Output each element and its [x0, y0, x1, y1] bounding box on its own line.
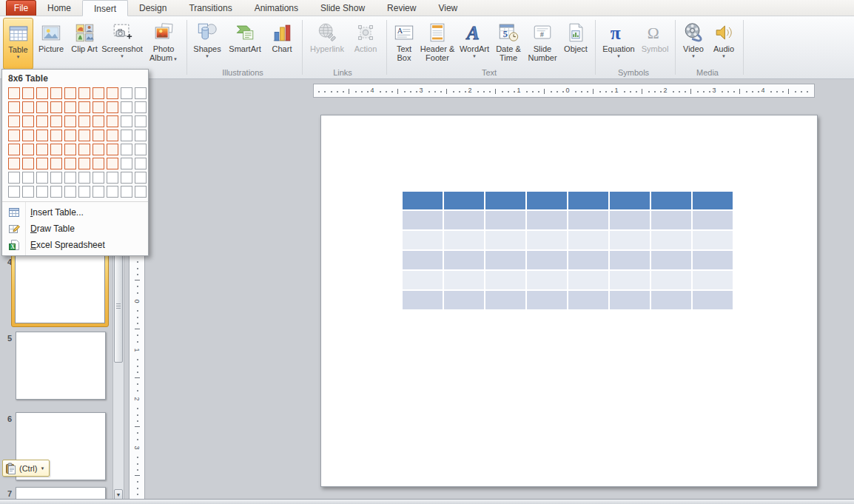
grid-cell-2x6[interactable] — [22, 158, 34, 169]
tab-design[interactable]: Design — [128, 0, 178, 16]
grid-cell-1x2[interactable] — [8, 101, 20, 113]
grid-cell-10x7[interactable] — [135, 172, 147, 184]
grid-cell-7x5[interactable] — [93, 144, 104, 155]
paste-options-button[interactable]: (Ctrl) ▼ — [2, 460, 50, 477]
grid-cell-8x4[interactable] — [107, 130, 118, 141]
tab-slide-show[interactable]: Slide Show — [309, 0, 376, 16]
grid-cell-10x8[interactable] — [135, 186, 147, 198]
grid-cell-9x4[interactable] — [121, 130, 132, 141]
grid-cell-6x2[interactable] — [78, 101, 90, 113]
tab-insert[interactable]: Insert — [82, 0, 128, 16]
grid-cell-9x8[interactable] — [121, 186, 132, 198]
grid-cell-3x2[interactable] — [36, 101, 48, 113]
grid-cell-1x6[interactable] — [8, 158, 20, 169]
grid-cell-4x3[interactable] — [50, 115, 62, 127]
grid-cell-2x3[interactable] — [22, 115, 34, 127]
grid-cell-4x1[interactable] — [50, 87, 62, 99]
slide-canvas[interactable] — [320, 115, 818, 487]
grid-cell-10x6[interactable] — [135, 158, 147, 169]
grid-cell-5x7[interactable] — [64, 172, 76, 184]
grid-cell-5x5[interactable] — [64, 144, 76, 155]
grid-cell-1x5[interactable] — [8, 144, 20, 155]
grid-cell-8x1[interactable] — [107, 87, 118, 99]
grid-cell-7x6[interactable] — [93, 158, 104, 169]
grid-cell-9x2[interactable] — [121, 101, 132, 113]
tab-home[interactable]: Home — [36, 0, 82, 16]
grid-cell-4x6[interactable] — [50, 158, 62, 169]
menu-item-insert-table[interactable]: Insert Table... — [2, 204, 148, 221]
date-time-button[interactable]: 5 Date & Time — [492, 18, 525, 65]
picture-button[interactable]: Picture — [33, 18, 69, 65]
grid-cell-5x6[interactable] — [64, 158, 76, 169]
equation-button[interactable]: π Equation ▼ — [599, 18, 639, 65]
grid-cell-4x4[interactable] — [50, 130, 62, 141]
grid-cell-8x8[interactable] — [107, 186, 118, 198]
grid-cell-2x1[interactable] — [22, 87, 34, 99]
grid-cell-3x1[interactable] — [36, 87, 48, 99]
clip-art-button[interactable]: Clip Art — [69, 18, 100, 65]
text-box-button[interactable]: A Text Box — [390, 18, 418, 65]
grid-cell-8x3[interactable] — [107, 115, 118, 127]
grid-cell-8x6[interactable] — [107, 158, 118, 169]
slide-thumbnail-5[interactable] — [16, 332, 106, 400]
grid-cell-2x7[interactable] — [22, 172, 34, 184]
grid-cell-6x7[interactable] — [78, 172, 90, 184]
object-button[interactable]: Object — [560, 18, 591, 65]
grid-cell-7x8[interactable] — [93, 186, 104, 198]
slide-thumbnail-4[interactable] — [11, 252, 109, 327]
grid-cell-6x6[interactable] — [78, 158, 90, 169]
grid-cell-4x5[interactable] — [50, 144, 62, 155]
grid-cell-1x7[interactable] — [8, 172, 20, 184]
grid-cell-7x2[interactable] — [93, 101, 104, 113]
grid-cell-3x8[interactable] — [36, 186, 48, 198]
grid-cell-9x6[interactable] — [121, 158, 132, 169]
screenshot-button[interactable]: Screenshot ▼ — [100, 18, 144, 65]
grid-cell-9x3[interactable] — [121, 115, 132, 127]
grid-cell-10x3[interactable] — [135, 115, 147, 127]
wordart-button[interactable]: A WordArt ▼ — [457, 18, 492, 65]
tab-review[interactable]: Review — [376, 0, 427, 16]
grid-cell-6x4[interactable] — [78, 130, 90, 141]
chart-button[interactable]: Chart — [266, 18, 298, 65]
table-button[interactable]: Table ▼ — [3, 18, 33, 70]
grid-cell-8x7[interactable] — [107, 172, 118, 184]
grid-cell-5x4[interactable] — [64, 130, 76, 141]
grid-cell-7x1[interactable] — [93, 87, 104, 99]
menu-item-excel-spreadsheet[interactable]: X Excel Spreadsheet — [2, 237, 148, 253]
menu-item-draw-table[interactable]: Draw Table — [2, 221, 148, 237]
grid-cell-6x1[interactable] — [78, 87, 90, 99]
grid-cell-4x7[interactable] — [50, 172, 62, 184]
smartart-button[interactable]: SmartArt — [224, 18, 266, 65]
tab-animations[interactable]: Animations — [243, 0, 309, 16]
grid-cell-7x7[interactable] — [93, 172, 104, 184]
video-button[interactable]: Video ▼ — [679, 18, 708, 65]
scrollbar-thumb[interactable] — [114, 249, 123, 363]
grid-cell-9x7[interactable] — [121, 172, 132, 184]
grid-cell-6x8[interactable] — [78, 186, 90, 198]
photo-album-button[interactable]: Photo Album▼ — [144, 18, 183, 65]
grid-cell-9x1[interactable] — [121, 87, 132, 99]
tab-file[interactable]: File — [6, 0, 36, 16]
grid-cell-2x4[interactable] — [22, 130, 34, 141]
grid-cell-3x3[interactable] — [36, 115, 48, 127]
grid-cell-8x2[interactable] — [107, 101, 118, 113]
grid-cell-10x5[interactable] — [135, 144, 147, 155]
grid-cell-3x5[interactable] — [36, 144, 48, 155]
audio-button[interactable]: Audio ▼ — [708, 18, 739, 65]
tab-transitions[interactable]: Transitions — [178, 0, 243, 16]
grid-cell-1x1[interactable] — [8, 87, 20, 99]
grid-cell-3x7[interactable] — [36, 172, 48, 184]
grid-cell-1x8[interactable] — [8, 186, 20, 198]
grid-cell-10x4[interactable] — [135, 130, 147, 141]
shapes-button[interactable]: Shapes ▼ — [190, 18, 224, 65]
grid-cell-1x4[interactable] — [8, 130, 20, 141]
grid-cell-10x2[interactable] — [135, 101, 147, 113]
tab-view[interactable]: View — [427, 0, 468, 16]
grid-cell-3x6[interactable] — [36, 158, 48, 169]
grid-cell-2x5[interactable] — [22, 144, 34, 155]
grid-cell-5x2[interactable] — [64, 101, 76, 113]
grid-cell-7x3[interactable] — [93, 115, 104, 127]
grid-cell-2x8[interactable] — [22, 186, 34, 198]
grid-cell-3x4[interactable] — [36, 130, 48, 141]
grid-cell-5x8[interactable] — [64, 186, 76, 198]
